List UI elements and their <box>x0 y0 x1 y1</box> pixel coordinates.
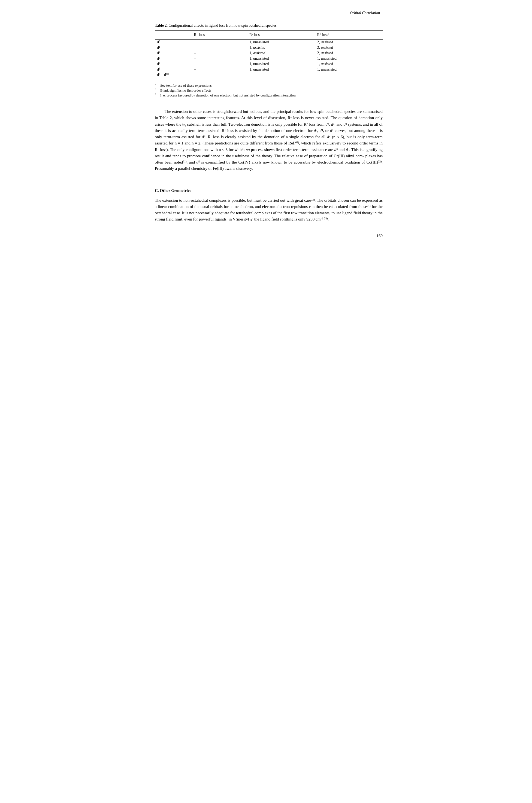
row-d5-dn: d5 <box>155 67 192 72</box>
main-paragraph: The extension to other cases is straight… <box>155 109 383 172</box>
footnote-c-text: I. e. process favoured by demotion of on… <box>160 93 296 98</box>
table-row: d4 – 1, unassisted 1, assisted <box>155 61 383 67</box>
row-d5-rplus: 1, unassisted <box>315 67 383 72</box>
table-row: d5 – 1, unassisted 1, unassisted <box>155 67 383 72</box>
table-row: d1 – 1, assisted 2, assisted <box>155 45 383 51</box>
row-d1-rplus: 2, assisted <box>315 45 383 51</box>
row-d5-rdot: 1, unassisted <box>247 67 315 72</box>
table-footer-border <box>155 79 383 80</box>
footnote-b-text: Blank signifies no first order effects <box>160 88 211 93</box>
footnote-a-letter: a <box>155 83 159 87</box>
row-d6d10-rminus: – <box>192 72 247 79</box>
row-d0-rminus: b <box>192 40 247 45</box>
table-header-rminus: R– loss <box>192 32 247 40</box>
section-c: C. Other Geometries <box>155 188 383 193</box>
table-header-dn <box>155 32 192 40</box>
table-row: d3 – 1, unassisted 1, unassisted <box>155 56 383 61</box>
row-d3-rplus: 1, unassisted <box>315 56 383 61</box>
footnote-b-letter: b <box>155 88 159 92</box>
row-d6d10-dn: d6 – d10 <box>155 72 192 79</box>
section-c-text: The extension to non-octahedral complexe… <box>155 197 383 223</box>
row-d1-dn: d1 <box>155 45 192 51</box>
table-row: d2 – 1, assisted 2, assisted <box>155 51 383 56</box>
data-table: R– loss R· loss R+ lossa d0 b 1, unassis… <box>155 30 383 80</box>
table-row: d6 – d10 – – – <box>155 72 383 79</box>
row-d2-rdot: 1, assisted <box>247 51 315 56</box>
table-caption-bold: Table 2. <box>155 23 168 27</box>
row-d1-rminus: – <box>192 45 247 51</box>
row-d4-dn: d4 <box>155 61 192 67</box>
row-d2-dn: d2 <box>155 51 192 56</box>
row-d1-rdot: 1, assisted <box>247 45 315 51</box>
row-d0-rplus: 2, assisted <box>315 40 383 45</box>
row-d0-dn: d0 <box>155 40 192 45</box>
table-header-rdot: R· loss <box>247 32 315 40</box>
row-d3-dn: d3 <box>155 56 192 61</box>
table-caption-text: Configurational effects in ligand loss f… <box>168 23 277 27</box>
main-text: The extension to other cases is straight… <box>155 109 383 172</box>
row-d4-rminus: – <box>192 61 247 67</box>
footnote-c-letter: c <box>155 93 159 96</box>
section-c-heading: C. Other Geometries <box>155 188 383 193</box>
footnote-c: c I. e. process favoured by demotion of … <box>155 93 383 98</box>
footnotes: a See text for use of these expressions … <box>155 83 383 98</box>
table-section: Table 2. Configurational effects in liga… <box>155 23 383 98</box>
footnote-a: a See text for use of these expressions <box>155 83 383 88</box>
row-d2-rplus: 2, assisted <box>315 51 383 56</box>
page-header: Orbital Correlation <box>155 11 383 15</box>
row-d0-rdot: 1, unassistedc <box>247 40 315 45</box>
footnote-a-text: See text for use of these expressions <box>160 83 211 88</box>
table-caption: Table 2. Configurational effects in liga… <box>155 23 383 28</box>
row-d3-rdot: 1, unassisted <box>247 56 315 61</box>
table-row: d0 b 1, unassistedc 2, assisted <box>155 40 383 45</box>
row-d2-rminus: – <box>192 51 247 56</box>
page-number: 169 <box>155 234 383 238</box>
row-d6d10-rplus: – <box>315 72 383 79</box>
row-d3-rminus: – <box>192 56 247 61</box>
section-c-paragraph: The extension to non-octahedral complexe… <box>155 197 383 223</box>
row-d6d10-rdot: – <box>247 72 315 79</box>
row-d5-rminus: – <box>192 67 247 72</box>
row-d4-rplus: 1, assisted <box>315 61 383 67</box>
footnote-b: b Blank signifies no first order effects <box>155 88 383 93</box>
row-d4-rdot: 1, unassisted <box>247 61 315 67</box>
table-header-rplus: R+ lossa <box>315 32 383 40</box>
